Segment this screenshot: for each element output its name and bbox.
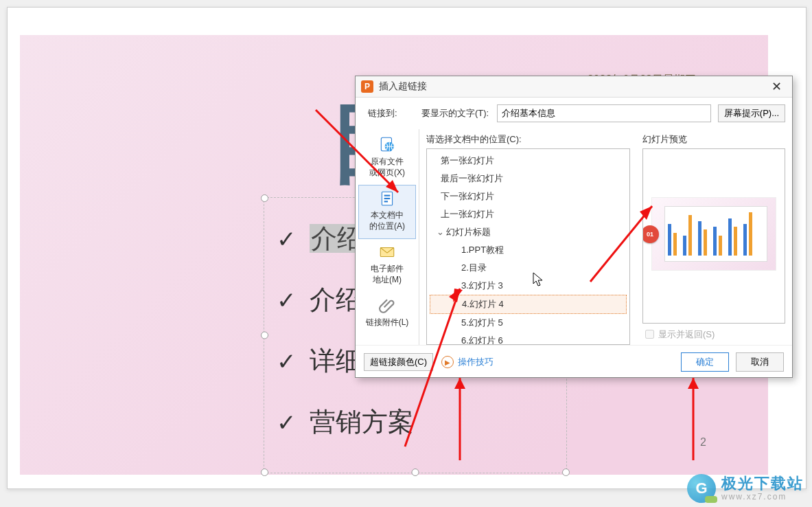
globe-file-icon xyxy=(378,136,396,154)
tree-item-slide-selected[interactable]: 4.幻灯片 4 xyxy=(430,295,627,314)
watermark-logo-icon: G xyxy=(687,474,716,503)
watermark-url: www.xz7.com xyxy=(721,493,804,502)
site-watermark: G 极光下载站 www.xz7.com xyxy=(687,474,804,503)
ok-button[interactable]: 确定 xyxy=(681,352,729,372)
sidebar-item-email[interactable]: 电子邮件 地址(M) xyxy=(356,239,419,292)
watermark-name: 极光下载站 xyxy=(721,475,804,492)
close-icon[interactable]: ✕ xyxy=(766,76,787,97)
sidebar-item-attach[interactable]: 链接附件(L) xyxy=(356,293,419,335)
tree-group-slide-titles[interactable]: 幻灯片标题 xyxy=(427,223,629,241)
show-and-return-checkbox[interactable]: 显示并返回(S) xyxy=(642,324,785,345)
tips-link[interactable]: ▶ 操作技巧 xyxy=(441,356,494,368)
preview-label: 幻灯片预览 xyxy=(642,129,785,148)
tree-item-slide[interactable]: 5.幻灯片 5 xyxy=(427,314,629,332)
link-to-label: 链接到: xyxy=(368,107,415,120)
tree-item-first-slide[interactable]: 第一张幻灯片 xyxy=(427,152,629,170)
tree-item-last-slide[interactable]: 最后一张幻灯片 xyxy=(427,170,629,188)
link-type-sidebar: 原有文件 或网页(X) 本文档中 的位置(A) 电子邮件 地址(M) xyxy=(356,129,419,345)
display-text-input[interactable] xyxy=(497,104,711,122)
resize-handle[interactable] xyxy=(562,469,570,476)
svg-rect-4 xyxy=(384,198,391,199)
insert-hyperlink-dialog: P 插入超链接 ✕ 链接到: 要显示的文字(T): 屏幕提示(P)... 原有文… xyxy=(355,76,793,378)
mouse-cursor-icon xyxy=(533,272,544,287)
tree-item-slide[interactable]: 6.幻灯片 6 xyxy=(427,332,629,345)
play-icon: ▶ xyxy=(441,356,454,368)
cancel-button[interactable]: 取消 xyxy=(736,352,784,372)
svg-rect-5 xyxy=(384,201,388,202)
tree-item-slide[interactable]: 3.幻灯片 3 xyxy=(427,277,629,295)
slide-page-number: 2 xyxy=(700,436,706,449)
resize-handle[interactable] xyxy=(261,332,268,339)
tree-item-prev-slide[interactable]: 上一张幻灯片 xyxy=(427,205,629,223)
resize-handle[interactable] xyxy=(261,194,268,202)
slide-preview: 01 xyxy=(642,148,785,324)
paperclip-icon xyxy=(378,297,396,315)
tree-item-next-slide[interactable]: 下一张幻灯片 xyxy=(427,188,629,205)
hyperlink-color-button[interactable]: 超链接颜色(C) xyxy=(364,353,433,371)
svg-rect-3 xyxy=(384,195,391,196)
tree-label: 请选择文档中的位置(C): xyxy=(426,129,630,148)
slide-location-tree[interactable]: 第一张幻灯片 最后一张幻灯片 下一张幻灯片 上一张幻灯片 幻灯片标题 1.PPT… xyxy=(426,148,630,345)
resize-handle[interactable] xyxy=(261,469,268,476)
app-icon: P xyxy=(361,80,373,93)
dialog-titlebar[interactable]: P 插入超链接 ✕ xyxy=(356,76,792,98)
sidebar-item-place-in-document[interactable]: 本文档中 的位置(A) xyxy=(358,185,416,239)
display-text-label: 要显示的文字(T): xyxy=(421,107,490,120)
preview-chart xyxy=(664,206,767,262)
show-and-return-input[interactable] xyxy=(645,330,654,339)
bullet-item[interactable]: 营销方案 xyxy=(277,405,554,440)
preview-badge: 01 xyxy=(642,225,659,243)
document-location-icon xyxy=(378,190,396,207)
dialog-title: 插入超链接 xyxy=(379,80,766,93)
email-icon xyxy=(378,243,396,261)
resize-handle[interactable] xyxy=(412,469,419,476)
tree-item-slide[interactable]: 1.PPT教程 xyxy=(427,241,629,259)
tree-item-slide[interactable]: 2.目录 xyxy=(427,259,629,277)
sidebar-item-existing-file[interactable]: 原有文件 或网页(X) xyxy=(356,132,419,185)
screen-tip-button[interactable]: 屏幕提示(P)... xyxy=(718,104,785,122)
